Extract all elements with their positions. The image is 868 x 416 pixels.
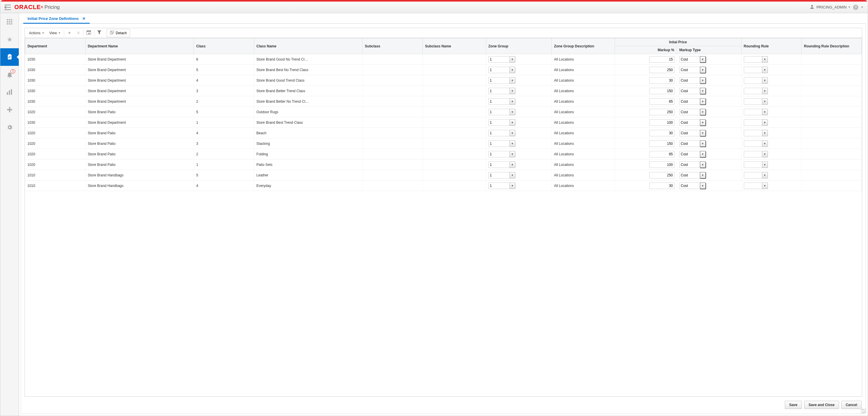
col-markup-pct[interactable]: Markup % bbox=[615, 46, 677, 54]
zone-group-dropdown[interactable]: ▼ bbox=[509, 109, 516, 115]
markup-type-dropdown[interactable]: ▼ bbox=[700, 109, 706, 115]
zone-group-dropdown[interactable]: ▼ bbox=[509, 77, 516, 84]
table-row[interactable]: 1020Store Brand Patio1Patio Sets▼All Loc… bbox=[25, 160, 862, 170]
markup-pct-input[interactable] bbox=[649, 98, 675, 105]
markup-type-input[interactable] bbox=[679, 88, 700, 94]
col-markup-type[interactable]: Markup Type bbox=[677, 46, 741, 54]
rounding-rule-dropdown[interactable]: ▼ bbox=[762, 151, 768, 158]
zone-group-input[interactable] bbox=[489, 151, 509, 158]
table-row[interactable]: 1030Store Brand Department3Store Brand B… bbox=[25, 86, 862, 96]
table-row[interactable]: 1020Store Brand Patio5Outdoor Rugs▼All L… bbox=[25, 107, 862, 117]
rounding-rule-input[interactable] bbox=[744, 119, 762, 126]
zone-group-input[interactable] bbox=[489, 182, 509, 189]
tab-initial-price-zone[interactable]: Initial Price Zone Definitions ✕ bbox=[23, 14, 90, 24]
markup-type-dropdown[interactable]: ▼ bbox=[700, 67, 706, 73]
zone-group-input[interactable] bbox=[489, 162, 509, 168]
markup-type-input[interactable] bbox=[679, 109, 700, 115]
markup-pct-input[interactable] bbox=[649, 172, 675, 178]
markup-pct-input[interactable] bbox=[649, 182, 675, 189]
markup-type-input[interactable] bbox=[679, 119, 700, 126]
help-icon[interactable]: ? bbox=[853, 5, 858, 10]
markup-pct-input[interactable] bbox=[649, 151, 675, 158]
add-row-button[interactable]: ＋ bbox=[65, 29, 74, 37]
col-zone-group[interactable]: Zone Group bbox=[486, 38, 552, 54]
markup-pct-input[interactable] bbox=[649, 140, 675, 147]
sidebar-apps[interactable] bbox=[0, 13, 19, 31]
sidebar-toggle-icon[interactable] bbox=[4, 5, 11, 10]
rounding-rule-dropdown[interactable]: ▼ bbox=[762, 109, 768, 115]
table-row[interactable]: 1030Store Brand Department5Store Brand B… bbox=[25, 65, 862, 75]
zone-group-dropdown[interactable]: ▼ bbox=[509, 98, 516, 105]
zone-group-input[interactable] bbox=[489, 172, 509, 178]
col-class[interactable]: Class bbox=[193, 38, 254, 54]
rounding-rule-input[interactable] bbox=[744, 172, 762, 178]
zone-group-input[interactable] bbox=[489, 109, 509, 115]
rounding-rule-dropdown[interactable]: ▼ bbox=[762, 119, 768, 126]
zone-group-input[interactable] bbox=[489, 140, 509, 147]
markup-type-input[interactable] bbox=[679, 140, 700, 147]
table-row[interactable]: 1020Store Brand Patio2Folding▼All Locati… bbox=[25, 149, 862, 160]
markup-type-input[interactable] bbox=[679, 56, 700, 63]
rounding-rule-input[interactable] bbox=[744, 162, 762, 168]
rounding-rule-dropdown[interactable]: ▼ bbox=[762, 67, 768, 73]
user-menu[interactable]: PRICING_ADMIN▼ bbox=[816, 5, 851, 9]
save-close-button[interactable]: Save and Close bbox=[804, 401, 839, 409]
sidebar-favorites[interactable] bbox=[0, 31, 19, 48]
rounding-rule-dropdown[interactable]: ▼ bbox=[762, 130, 768, 136]
zone-group-dropdown[interactable]: ▼ bbox=[509, 140, 516, 147]
markup-type-dropdown[interactable]: ▼ bbox=[700, 119, 706, 126]
zone-group-dropdown[interactable]: ▼ bbox=[509, 88, 516, 94]
rounding-rule-input[interactable] bbox=[744, 98, 762, 105]
table-row[interactable]: 1010Store Brand Handbags5Leather▼All Loc… bbox=[25, 170, 862, 180]
rounding-rule-input[interactable] bbox=[744, 130, 762, 136]
markup-type-dropdown[interactable]: ▼ bbox=[700, 98, 706, 105]
zone-group-input[interactable] bbox=[489, 67, 509, 73]
markup-type-dropdown[interactable]: ▼ bbox=[700, 162, 706, 168]
markup-type-input[interactable] bbox=[679, 162, 700, 168]
zone-group-dropdown[interactable]: ▼ bbox=[509, 67, 516, 73]
calendar-button[interactable] bbox=[84, 29, 93, 37]
markup-type-input[interactable] bbox=[679, 172, 700, 178]
rounding-rule-dropdown[interactable]: ▼ bbox=[762, 172, 768, 178]
zone-group-dropdown[interactable]: ▼ bbox=[509, 130, 516, 136]
zone-group-input[interactable] bbox=[489, 77, 509, 84]
col-department-name[interactable]: Department Name bbox=[85, 38, 193, 54]
rounding-rule-dropdown[interactable]: ▼ bbox=[762, 162, 768, 168]
col-department[interactable]: Department bbox=[25, 38, 86, 54]
col-rounding-rule-desc[interactable]: Rounding Rule Description bbox=[802, 38, 862, 54]
sidebar-notifications[interactable]: 1 bbox=[0, 66, 19, 83]
table-row[interactable]: 1030Store Brand Department2Store Brand B… bbox=[25, 96, 862, 107]
markup-type-input[interactable] bbox=[679, 98, 700, 105]
rounding-rule-dropdown[interactable]: ▼ bbox=[762, 182, 768, 189]
zone-group-dropdown[interactable]: ▼ bbox=[509, 151, 516, 158]
filter-button[interactable] bbox=[95, 29, 104, 37]
col-zone-group-desc[interactable]: Zone Group Description bbox=[552, 38, 615, 54]
rounding-rule-input[interactable] bbox=[744, 56, 762, 63]
markup-pct-input[interactable] bbox=[649, 162, 675, 168]
markup-pct-input[interactable] bbox=[649, 56, 675, 63]
save-button[interactable]: Save bbox=[785, 401, 802, 409]
markup-type-input[interactable] bbox=[679, 67, 700, 73]
markup-type-input[interactable] bbox=[679, 151, 700, 158]
actions-menu[interactable]: Actions ▼ bbox=[27, 29, 47, 37]
markup-type-dropdown[interactable]: ▼ bbox=[700, 130, 706, 136]
table-row[interactable]: 1030Store Brand Department6Store Brand G… bbox=[25, 54, 862, 65]
markup-pct-input[interactable] bbox=[649, 130, 675, 136]
rounding-rule-input[interactable] bbox=[744, 109, 762, 115]
table-row[interactable]: 1030Store Brand Department4Store Brand G… bbox=[25, 75, 862, 86]
rounding-rule-dropdown[interactable]: ▼ bbox=[762, 56, 768, 63]
zone-group-input[interactable] bbox=[489, 98, 509, 105]
sidebar-settings[interactable] bbox=[0, 118, 19, 136]
zone-group-input[interactable] bbox=[489, 88, 509, 94]
markup-type-dropdown[interactable]: ▼ bbox=[700, 151, 706, 158]
rounding-rule-input[interactable] bbox=[744, 77, 762, 84]
zone-group-input[interactable] bbox=[489, 56, 509, 63]
col-rounding-rule[interactable]: Rounding Rule bbox=[741, 38, 802, 54]
rounding-rule-input[interactable] bbox=[744, 67, 762, 73]
zone-group-dropdown[interactable]: ▼ bbox=[509, 172, 516, 178]
markup-pct-input[interactable] bbox=[649, 119, 675, 126]
markup-pct-input[interactable] bbox=[649, 88, 675, 94]
zone-group-dropdown[interactable]: ▼ bbox=[509, 56, 516, 63]
col-subclass-name[interactable]: Subclass Name bbox=[423, 38, 486, 54]
close-icon[interactable]: ✕ bbox=[82, 16, 86, 21]
